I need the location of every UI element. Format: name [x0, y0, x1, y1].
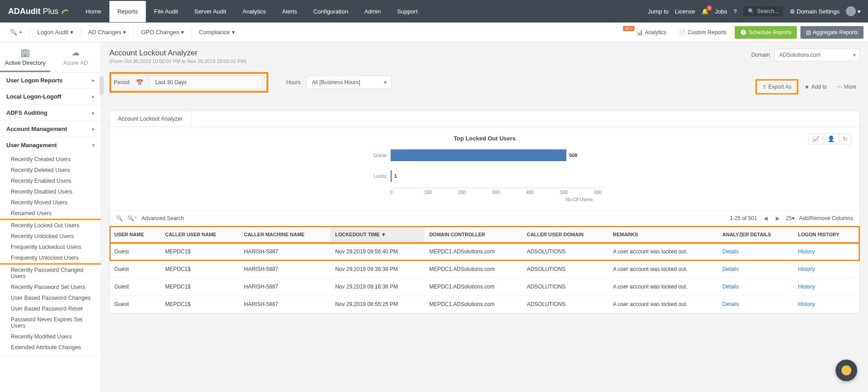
- section-adfs[interactable]: ADFS Auditing▸: [0, 105, 101, 121]
- item-recently-moved[interactable]: Recently Moved Users: [0, 197, 101, 208]
- nav-support[interactable]: Support: [389, 1, 426, 22]
- dd-gpo-changes[interactable]: GPO Changes ▾: [136, 26, 190, 38]
- bar-label-1: Lucky: [368, 173, 390, 179]
- history-link[interactable]: History: [798, 248, 815, 255]
- analytics-button[interactable]: NEW 📊 Analytics: [619, 26, 671, 39]
- schedule-reports-button[interactable]: 🕑 Schedule Reports: [735, 26, 797, 39]
- page-size-select[interactable]: 25▾: [786, 215, 795, 221]
- col-analyzer-details[interactable]: ANALYZER DETAILS: [718, 226, 794, 243]
- dd-ad-changes[interactable]: AD Changes ▾: [83, 26, 132, 38]
- aggregate-reports-button[interactable]: ▤ Aggregate Reports: [800, 26, 863, 39]
- item-pwd-set[interactable]: Recently Password Set Users: [0, 282, 101, 293]
- more-button[interactable]: ⋯More: [833, 81, 860, 92]
- nav-analytics[interactable]: Analytics: [235, 1, 274, 22]
- advanced-search-icon[interactable]: 🔍⁺: [127, 215, 137, 221]
- nav-admin[interactable]: Admin: [356, 1, 389, 22]
- history-link[interactable]: History: [798, 266, 815, 272]
- nav-home[interactable]: Home: [77, 1, 109, 22]
- filter-icon[interactable]: 🔍: [116, 215, 123, 221]
- jobs-link[interactable]: Jobs: [715, 8, 727, 15]
- tab-lockout-analyzer[interactable]: Account Lockout Analyzer: [110, 111, 191, 126]
- tab-azure-ad[interactable]: ☁ Azure AD: [50, 42, 101, 72]
- details-link[interactable]: Details: [723, 301, 739, 307]
- global-search[interactable]: 🔍 Search...: [743, 6, 783, 16]
- col-user-name[interactable]: USER NAME: [110, 226, 161, 243]
- nav-configuration[interactable]: Configuration: [305, 1, 356, 22]
- sidebar: 🏢 Active Directory ☁ Azure AD User Logon…: [0, 42, 101, 392]
- col-logon-history[interactable]: LOGON HISTORY: [794, 226, 859, 243]
- section-local-logon[interactable]: Local Logon-Logoff▸: [0, 89, 101, 104]
- notifications-bell[interactable]: 🔔 2: [701, 8, 709, 15]
- col-domain-controller[interactable]: DOMAIN CONTROLLER: [425, 226, 522, 243]
- nav-server-audit[interactable]: Server Audit: [186, 1, 235, 22]
- item-freq-locked[interactable]: Frequently Lockedout Users: [0, 242, 101, 252]
- cell-dc: MEPDC1.ADSolutions.com: [425, 278, 522, 296]
- section-user-logon[interactable]: User Logon Reports▸: [0, 72, 101, 88]
- pager-next[interactable]: ▶: [774, 214, 782, 222]
- hours-select[interactable]: All [Business Hours]: [306, 76, 392, 89]
- advanced-search-link[interactable]: Advanced Search: [141, 215, 184, 221]
- calendar-icon[interactable]: 📅: [136, 79, 143, 86]
- history-link[interactable]: History: [798, 301, 815, 307]
- item-extended-attr[interactable]: Extended Attribute Changes: [0, 342, 101, 353]
- col-lockedout-time[interactable]: LOCKEDOUT TIME ▼: [330, 226, 425, 243]
- dd-logon-audit[interactable]: Logon Audit ▾: [32, 26, 79, 38]
- cell-machine: HARISH-5887: [240, 296, 330, 313]
- history-link[interactable]: History: [798, 284, 815, 290]
- bar-value-1: 1: [392, 173, 397, 179]
- table-row[interactable]: GuestMEPDC1$HARISH-5887Nov 29,2019 09:16…: [110, 278, 859, 296]
- dd-compliance[interactable]: Compliance ▾: [194, 26, 240, 38]
- item-recently-disabled[interactable]: Recently Disabled Users: [0, 186, 101, 197]
- item-pwd-changed[interactable]: Recently Password Changed Users: [0, 265, 101, 282]
- item-recently-locked[interactable]: Recently Locked Out Users: [0, 220, 101, 231]
- details-link[interactable]: Details: [723, 266, 739, 272]
- tab-active-directory[interactable]: 🏢 Active Directory: [0, 42, 50, 72]
- item-recently-enabled[interactable]: Recently Enabled Users: [0, 176, 101, 186]
- section-user-mgmt[interactable]: User Management▾: [0, 137, 101, 153]
- search-placeholder: Search...: [757, 8, 779, 14]
- license-link[interactable]: License: [675, 8, 695, 15]
- item-user-pwd-reset[interactable]: User Based Password Reset: [0, 303, 101, 314]
- item-recently-created[interactable]: Recently Created Users: [0, 154, 101, 165]
- details-link[interactable]: Details: [723, 248, 739, 255]
- col-caller-domain[interactable]: CALLER USER DOMAIN: [522, 226, 608, 243]
- details-link[interactable]: Details: [723, 284, 739, 290]
- section-account-mgmt[interactable]: Account Management▸: [0, 121, 101, 137]
- nav-reports[interactable]: Reports: [109, 1, 146, 22]
- item-recently-modified[interactable]: Recently Modified Users: [0, 331, 101, 342]
- export-as-button[interactable]: ⇪Export As: [759, 81, 795, 92]
- chart-settings-icon[interactable]: 📈: [809, 133, 823, 144]
- col-caller-machine[interactable]: CALLER MACHINE NAME: [240, 226, 330, 243]
- item-pwd-never-expires[interactable]: Password Never Expires Set Users: [0, 314, 101, 331]
- table-row[interactable]: GuestMEPDC1$HARISH-5887Nov 29,2019 09:56…: [110, 243, 859, 261]
- col-remarks[interactable]: REMARKS: [608, 226, 718, 243]
- col-caller-user[interactable]: CALLER USER NAME: [161, 226, 240, 243]
- quick-pref-icon[interactable]: 🔍✦: [5, 26, 28, 38]
- pager-prev[interactable]: ◀: [762, 214, 769, 222]
- cell-machine: HARISH-5887: [240, 243, 330, 261]
- add-remove-columns[interactable]: Add/Remove Columns: [799, 215, 853, 221]
- bar-value-0: 500: [566, 153, 577, 158]
- avatar-icon: [846, 6, 856, 16]
- table-row[interactable]: GuestMEPDC1$HARISH-5887Nov 29,2019 08:55…: [110, 296, 859, 313]
- item-freq-unlocked[interactable]: Frequently Unlocked Users: [0, 252, 101, 263]
- clock-icon: 🕑: [740, 29, 747, 36]
- custom-reports-button[interactable]: 📄 Custom Reports: [674, 26, 731, 39]
- chart-user-icon[interactable]: 👤: [824, 133, 838, 144]
- item-user-pwd-changes[interactable]: User Based Password Changes: [0, 293, 101, 303]
- user-menu[interactable]: ▾: [846, 6, 861, 16]
- period-select[interactable]: Last 30 Days: [149, 76, 262, 89]
- item-renamed[interactable]: Renamed Users: [0, 208, 101, 219]
- chart-refresh-icon[interactable]: ↻: [839, 133, 851, 144]
- nav-file-audit[interactable]: File Audit: [146, 1, 186, 22]
- add-to-button[interactable]: ★Add to: [801, 81, 831, 92]
- nav-alerts[interactable]: Alerts: [274, 1, 305, 22]
- item-recently-unlocked[interactable]: Recently Unlocked Users: [0, 231, 101, 242]
- jump-to-link[interactable]: Jump to: [648, 8, 669, 15]
- item-recently-deleted[interactable]: Recently Deleted Users: [0, 165, 101, 176]
- help-fab[interactable]: [836, 360, 857, 381]
- help-link[interactable]: ?: [733, 8, 737, 15]
- domain-settings-link[interactable]: ⚙ Domain Settings: [790, 8, 840, 15]
- domain-select-box[interactable]: ADSolutions.com: [774, 49, 860, 61]
- table-row[interactable]: GuestMEPDC1$HARISH-5887Nov 29,2019 09:36…: [110, 261, 859, 278]
